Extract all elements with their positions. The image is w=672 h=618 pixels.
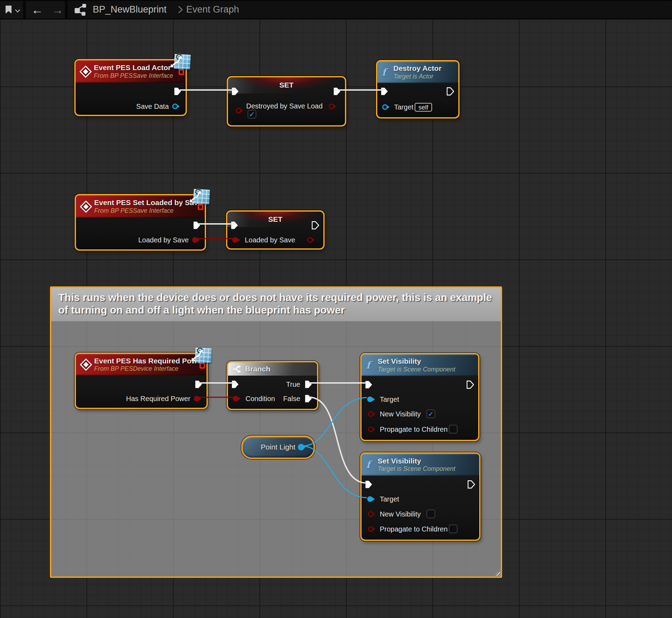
target-pin[interactable]: [382, 104, 388, 110]
node-title: Event PES Set Loaded by Save: [94, 198, 202, 207]
exec-in-pin[interactable]: [232, 87, 239, 96]
node-subtitle: From BP PESSave Interface: [94, 207, 202, 215]
exec-out-pin[interactable]: [174, 87, 181, 96]
event-icon: [80, 359, 92, 371]
exec-out-pin[interactable]: [468, 480, 475, 489]
node-title: Event PES Load Actor: [94, 63, 173, 72]
target-default-value[interactable]: self: [415, 103, 432, 112]
exec-out-pin[interactable]: [467, 380, 474, 389]
node-title: SET: [228, 81, 345, 89]
pin-label: Loaded by Save: [245, 236, 295, 244]
exec-in-pin[interactable]: [365, 480, 372, 489]
exec-in-pin[interactable]: [232, 380, 239, 389]
node-subtitle: Target is Scene Component: [378, 465, 455, 473]
pin-label: Has Required Power: [126, 395, 190, 403]
function-icon: [366, 459, 374, 470]
node-title: Event PES Has Required Power: [94, 356, 204, 365]
node-title: Destroy Actor: [393, 64, 441, 73]
loaded-out-pin[interactable]: [307, 237, 313, 243]
pin-label: Target: [380, 395, 399, 404]
back-button[interactable]: ←: [31, 1, 43, 18]
node-title: SET: [227, 215, 323, 224]
condition-pin[interactable]: [233, 396, 239, 401]
pin-label: True: [286, 380, 300, 389]
node-set-visibility-top[interactable]: Set Visibility Target is Scene Component…: [360, 353, 480, 441]
save-data-pin[interactable]: [172, 104, 178, 109]
loaded-in-pin[interactable]: [232, 237, 238, 243]
pin-label: Condition: [246, 395, 275, 403]
target-pin[interactable]: [367, 397, 373, 402]
variable-label: Point Light: [261, 443, 295, 451]
exec-out-pin[interactable]: [195, 380, 202, 389]
node-event-pes-has-required-power[interactable]: Event PES Has Required Power From BP PES…: [75, 353, 208, 409]
node-subtitle: From BP PESSave Interface: [94, 72, 173, 80]
function-icon: [382, 67, 390, 78]
breadcrumb-event-graph[interactable]: Event Graph: [186, 4, 239, 15]
propagate-checkbox[interactable]: [449, 425, 458, 434]
new-visibility-pin[interactable]: [368, 511, 373, 517]
exec-in-pin[interactable]: [231, 221, 238, 229]
exec-out-pin[interactable]: [447, 87, 454, 96]
comment-resize-handle[interactable]: [494, 570, 500, 576]
propagate-pin[interactable]: [368, 427, 373, 432]
pin-label: Propagate to Children: [380, 525, 448, 533]
function-icon: [366, 360, 374, 371]
node-event-pes-load-actor[interactable]: Event PES Load Actor From BP PESSave Int…: [74, 59, 187, 116]
pin-label: False: [283, 395, 300, 403]
breadcrumb-blueprint[interactable]: BP_NewBlueprint: [93, 4, 167, 15]
node-title: Set Visibility: [378, 457, 455, 466]
exec-out-pin[interactable]: [193, 221, 201, 229]
node-subtitle: Target is Scene Component: [378, 366, 455, 374]
pin-label: New Visibility: [380, 410, 421, 418]
destroyed-out-pin[interactable]: [329, 104, 334, 109]
comment-title[interactable]: This runs when the device does or does n…: [51, 288, 501, 321]
node-set-visibility-bottom[interactable]: Set Visibility Target is Scene Component…: [360, 452, 481, 541]
exec-in-pin[interactable]: [381, 87, 388, 96]
node-title: Set Visibility: [378, 357, 455, 366]
node-point-light-variable[interactable]: Point Light: [241, 436, 315, 459]
target-pin[interactable]: [367, 496, 373, 502]
node-title: Branch: [245, 365, 270, 373]
destroyed-in-pin[interactable]: [236, 108, 241, 113]
debug-stop-icon: [199, 363, 205, 369]
top-toolbar: ← → BP_NewBlueprint Event Graph: [0, 0, 672, 20]
pin-label: Loaded by Save: [138, 236, 189, 244]
event-icon: [80, 200, 92, 212]
exec-in-pin[interactable]: [365, 380, 372, 389]
propagate-checkbox[interactable]: [449, 525, 458, 533]
debug-stop-icon: [198, 204, 203, 210]
node-event-pes-set-loaded-by-save[interactable]: Event PES Set Loaded by Save From BP PES…: [75, 194, 206, 251]
node-destroy-actor[interactable]: Destroy Actor Target is Actor Target sel…: [376, 60, 460, 119]
branch-icon: [233, 364, 242, 374]
has-required-power-pin[interactable]: [194, 396, 199, 401]
pin-label: Save Data: [136, 103, 169, 111]
node-set-destroyed-by-save-load[interactable]: SET Destroyed by Save Load: [227, 76, 346, 127]
false-exec-pin[interactable]: [305, 394, 312, 403]
new-visibility-pin[interactable]: [368, 411, 373, 417]
pin-label: Destroyed by Save Load: [246, 102, 323, 110]
forward-button[interactable]: →: [52, 1, 63, 18]
pin-label: Propagate to Children: [380, 425, 448, 434]
interface-event-icon: ⚙: [195, 348, 212, 363]
node-branch[interactable]: Branch True Condition False: [227, 361, 318, 410]
interface-event-icon: ⚙: [174, 54, 191, 69]
exec-out-pin[interactable]: [333, 87, 341, 96]
pin-label: Target: [394, 103, 414, 111]
loaded-by-save-pin[interactable]: [192, 237, 198, 243]
pin-label: Target: [380, 495, 399, 503]
event-icon: [80, 65, 92, 77]
debug-stop-icon: [179, 69, 184, 75]
exec-out-pin[interactable]: [312, 221, 319, 229]
new-visibility-checkbox[interactable]: [426, 409, 435, 418]
node-subtitle: From BP PESDevice Interface: [94, 365, 204, 373]
propagate-pin[interactable]: [368, 526, 373, 532]
new-visibility-checkbox[interactable]: [426, 510, 435, 518]
pin-label: New Visibility: [380, 510, 421, 518]
node-subtitle: Target is Actor: [393, 73, 441, 81]
point-light-out-pin[interactable]: [298, 444, 304, 451]
interface-event-icon: ⚙: [193, 189, 210, 204]
blueprint-graph-icon: [75, 4, 86, 16]
true-exec-pin[interactable]: [305, 380, 312, 389]
destroyed-checkbox[interactable]: [248, 110, 256, 119]
node-set-loaded-by-save[interactable]: SET Loaded by Save: [226, 210, 325, 250]
